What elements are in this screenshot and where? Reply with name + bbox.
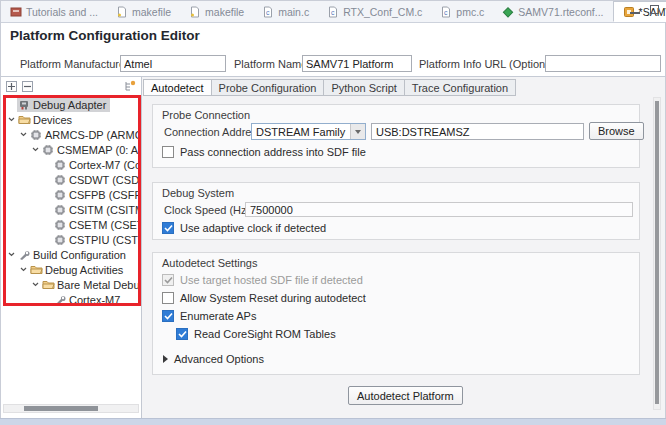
tree-item-label: CSETM (CSETM) [67,219,141,231]
enumerate-aps-label: Enumerate APs [180,310,256,322]
tab-tutorials[interactable]: Tutorials and ... [1,1,107,22]
tab-autodetect[interactable]: Autodetect [143,79,212,96]
tree-item-csetm[interactable]: CSETM (CSETM) [1,217,141,232]
tree-item-cortex-m7-device[interactable]: Cortex-M7 (Cort [1,157,141,172]
platform-tree: Debug Adapter Devices ARMCS-DP (ARMCS-D [1,97,141,307]
tree-item-csdwt[interactable]: CSDWT (CSDWT [1,172,141,187]
svg-text:c: c [444,9,448,16]
enumerate-aps-checkbox[interactable] [162,310,174,322]
browse-button[interactable]: Browse [589,122,644,140]
tab-samv71-rteconf[interactable]: SAMV71.rteconf... [493,1,612,22]
chevron-down-icon[interactable] [5,117,17,122]
target-sdf-checkbox[interactable] [162,274,174,286]
adaptive-clock-row: Use adaptive clock if detected [162,222,326,234]
tree-item-label: CSDWT (CSDWT [67,174,141,186]
tutorials-icon [10,6,22,18]
tab-makefile-1[interactable]: makefile [107,1,180,22]
tab-label: RTX_Conf_CM.c [343,6,422,18]
chevron-down-icon[interactable] [5,252,17,257]
dropdown-arrow-icon [350,124,365,139]
tab-trace-configuration[interactable]: Trace Configuration [404,79,516,96]
platform-name-field[interactable] [302,55,412,72]
chevron-down-icon[interactable] [17,132,29,137]
tree-item-bare-metal-debug[interactable]: Bare Metal Debug [1,277,141,292]
chip-icon [53,174,67,186]
window-bottom-edge [0,418,666,425]
chevron-down-icon[interactable] [29,282,41,287]
pass-sdf-checkbox[interactable] [162,146,174,158]
rom-tables-checkbox[interactable] [176,328,188,340]
tree-item-devices[interactable]: Devices [1,112,141,127]
tab-rtx-conf-cm-c[interactable]: c RTX_Conf_CM.c [318,1,431,22]
tree-item-label: Build Configuration [31,249,126,261]
probe-connection-group: Probe Connection Connection Address: DST… [152,104,640,168]
tab-python-script[interactable]: Python Script [323,79,404,96]
tree-item-cortex-m7-activity[interactable]: Cortex-M7 [1,292,141,307]
tree-item-label: CSTPIU (CSTPIU [67,234,141,246]
scrollbar-thumb[interactable] [655,101,659,404]
chip-icon [53,159,67,171]
connection-type-dropdown[interactable]: DSTREAM Family [251,123,366,140]
clock-speed-field[interactable]: 7500000 [245,202,633,217]
c-file-icon: c [262,6,274,18]
tab-main-c[interactable]: c main.c [253,1,318,22]
tree-item-debug-adapter[interactable]: Debug Adapter [1,97,141,112]
adaptive-clock-label: Use adaptive clock if detected [180,222,326,234]
group-title: Autodetect Settings [162,257,257,269]
tree-toolbar [1,77,141,96]
chevron-down-icon[interactable] [17,267,29,272]
file-icon [116,6,128,18]
autodetect-platform-button[interactable]: Autodetect Platform [348,386,463,405]
collapse-all-icon[interactable] [22,81,33,92]
adaptive-clock-checkbox[interactable] [162,222,174,234]
chip-icon [53,189,67,201]
connection-address-field[interactable] [371,123,584,140]
target-sdf-row: Use target hosted SDF file if detected [162,274,363,286]
maximize-icon[interactable] [650,5,659,14]
group-title: Probe Connection [162,109,250,121]
config-tab-bar: Autodetect Probe Configuration Python Sc… [144,79,516,96]
tab-probe-configuration[interactable]: Probe Configuration [211,79,325,96]
expand-all-icon[interactable] [6,81,17,92]
tab-makefile-2[interactable]: makefile [180,1,253,22]
collapsed-twistie-icon[interactable] [163,355,168,363]
enumerate-aps-row: Enumerate APs [162,310,256,322]
system-reset-label: Allow System Reset during autodetect [180,292,366,304]
tree-item-armcs-dp[interactable]: ARMCS-DP (ARMCS-D [1,127,141,142]
chip-icon [53,204,67,216]
chip-icon [53,234,67,246]
tab-label: pmc.c [456,6,484,18]
advanced-options-row[interactable]: Advanced Options [163,353,264,365]
window-controls [630,5,659,14]
tree-item-debug-activities[interactable]: Debug Activities [1,262,141,277]
minimize-icon[interactable] [630,5,640,14]
tree-item-csfpb[interactable]: CSFPB (CSFPB) [1,187,141,202]
tree-item-csitm[interactable]: CSITM (CSITM) [1,202,141,217]
tree-item-build-configuration[interactable]: Build Configuration [1,247,141,262]
chip-icon [29,129,43,141]
folder-open-icon [17,114,31,125]
tree-item-label: CSITM (CSITM) [67,204,141,216]
panel-vertical-scrollbar[interactable] [653,97,661,410]
folder-open-icon [29,264,43,275]
system-reset-checkbox[interactable] [162,292,174,304]
platform-fields-row: Platform Manufacturer: Platform Name: Pl… [1,51,665,77]
editor-tab-bar: Tutorials and ... makefile makefile c ma… [1,1,665,23]
tab-pmc-c[interactable]: c pmc.c [431,1,493,22]
chevron-down-icon[interactable] [29,147,41,152]
tree-item-csmemap[interactable]: CSMEMAP (0: AHB [1,142,141,157]
platform-tree-panel: Debug Adapter Devices ARMCS-DP (ARMCS-D [1,77,142,418]
target-sdf-label: Use target hosted SDF file if detected [180,274,363,286]
platform-manufacturer-field[interactable] [120,55,226,72]
tree-horizontal-scrollbar[interactable] [3,404,139,413]
platform-name-label: Platform Name: [234,58,310,70]
pass-sdf-row: Pass connection address into SDF file [162,146,366,158]
new-tree-item-icon[interactable] [123,80,136,94]
platform-configuration-editor-window: Tutorials and ... makefile makefile c ma… [0,0,666,425]
platform-info-url-field[interactable] [545,55,661,72]
pass-sdf-label: Pass connection address into SDF file [180,146,366,158]
tab-label: main.c [278,6,309,18]
tree-item-cstpiu[interactable]: CSTPIU (CSTPIU [1,232,141,247]
scrollbar-thumb[interactable] [24,406,98,411]
svg-text:c: c [266,9,270,16]
